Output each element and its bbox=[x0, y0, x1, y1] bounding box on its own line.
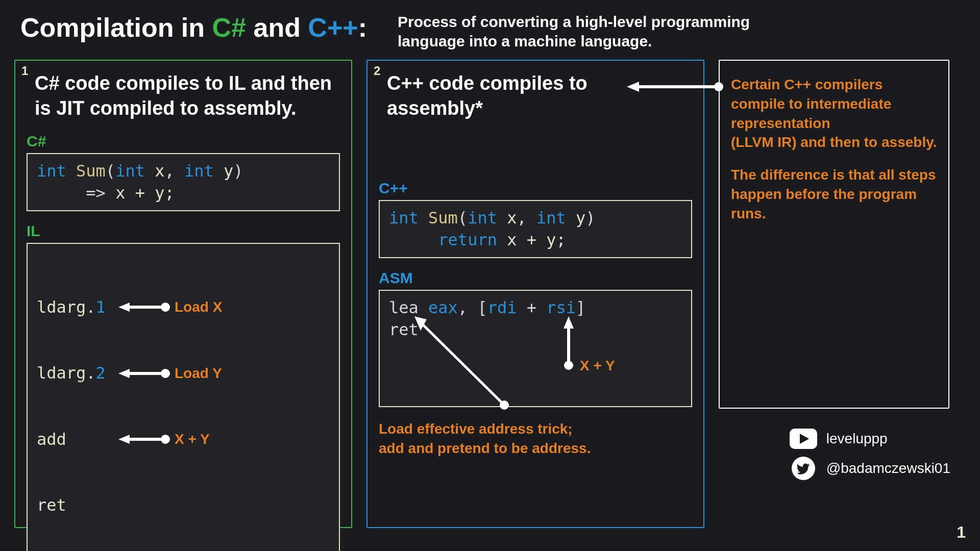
socials: leveluppp @badamczewski01 bbox=[790, 429, 950, 479]
panel-side: Certain C++ compilers compile to interme… bbox=[719, 60, 949, 409]
svg-point-8 bbox=[161, 435, 170, 444]
page-number: 1 bbox=[957, 523, 966, 542]
panel-cpp-heading: C++ code compiles to assembly* bbox=[379, 71, 692, 121]
arrow-left-icon bbox=[118, 434, 169, 445]
label-csharp-source: C# bbox=[27, 133, 340, 150]
svg-marker-13 bbox=[414, 316, 427, 331]
asm-note-l2: add and pretend to be address. bbox=[379, 439, 692, 458]
social-twitter: @badamczewski01 bbox=[790, 458, 950, 479]
panel-cpp-index: 2 bbox=[374, 64, 380, 78]
arrow-left-icon bbox=[118, 302, 169, 313]
title-and: and bbox=[246, 13, 308, 42]
svg-point-11 bbox=[564, 361, 573, 370]
il-annot-1: Load Y bbox=[175, 364, 222, 383]
social-youtube: leveluppp bbox=[790, 429, 950, 449]
svg-point-5 bbox=[161, 369, 170, 378]
label-cpp-asm: ASM bbox=[379, 269, 692, 287]
twitter-icon bbox=[790, 458, 817, 479]
header: Compilation in C# and C++: Process of co… bbox=[0, 0, 980, 51]
arrow-left-icon bbox=[118, 368, 169, 379]
title-cpp: C++ bbox=[308, 13, 358, 42]
svg-marker-10 bbox=[564, 316, 574, 329]
page-title: Compilation in C# and C++: bbox=[20, 12, 367, 43]
youtube-icon bbox=[790, 429, 817, 449]
asm-note-l1: Load effective address trick; bbox=[379, 419, 692, 439]
social-youtube-label: leveluppp bbox=[826, 431, 888, 447]
panel-csharp-index: 1 bbox=[21, 64, 28, 78]
asm-annot-xy: X + Y bbox=[580, 356, 615, 375]
svg-marker-4 bbox=[118, 369, 130, 378]
asm-note: Load effective address trick; add and pr… bbox=[379, 419, 692, 458]
side-note-p3: The difference is that all steps happen … bbox=[731, 167, 936, 221]
il-row-1: ldarg.2 Load Y bbox=[37, 362, 330, 384]
panel-csharp-heading: C# code compiles to IL and then is JIT c… bbox=[27, 71, 340, 121]
label-csharp-il: IL bbox=[27, 222, 340, 240]
code-csharp-source: int Sum(int x, int y) => x + y; bbox=[27, 153, 340, 211]
label-cpp-source: C++ bbox=[379, 180, 692, 197]
side-note: Certain C++ compilers compile to interme… bbox=[731, 75, 937, 223]
il-row-0: ldarg.1 Load X bbox=[37, 296, 330, 318]
asm-arrows bbox=[380, 291, 696, 408]
panel-cpp: 2 C++ code compiles to assembly* C++ int… bbox=[366, 60, 704, 528]
svg-marker-1 bbox=[118, 303, 130, 312]
title-csharp: C# bbox=[212, 13, 246, 42]
il-annot-2: X + Y bbox=[175, 430, 210, 449]
svg-marker-7 bbox=[118, 435, 130, 444]
svg-line-12 bbox=[420, 321, 502, 403]
panel-csharp: 1 C# code compiles to IL and then is JIT… bbox=[14, 60, 352, 528]
side-note-p1: Certain C++ compilers compile to interme… bbox=[731, 77, 891, 131]
code-csharp-il: ldarg.1 Load X ldarg.2 Load Y add X + Y … bbox=[27, 243, 340, 551]
title-prefix: Compilation in bbox=[20, 13, 212, 42]
title-suffix: : bbox=[358, 13, 367, 42]
code-cpp-source: int Sum(int x, int y) return x + y; bbox=[379, 200, 692, 258]
il-row-2: add X + Y bbox=[37, 429, 330, 450]
page-subtitle: Process of converting a high-level progr… bbox=[398, 12, 816, 51]
social-twitter-label: @badamczewski01 bbox=[826, 460, 950, 477]
code-cpp-asm: lea eax, [rdi + rsi] ret X + Y bbox=[379, 290, 692, 407]
svg-point-2 bbox=[161, 303, 170, 312]
il-annot-0: Load X bbox=[175, 297, 222, 317]
svg-point-14 bbox=[500, 400, 509, 410]
side-note-p2: (LLVM IR) and then to assebly. bbox=[731, 134, 937, 150]
il-row-3: ret bbox=[37, 494, 330, 516]
